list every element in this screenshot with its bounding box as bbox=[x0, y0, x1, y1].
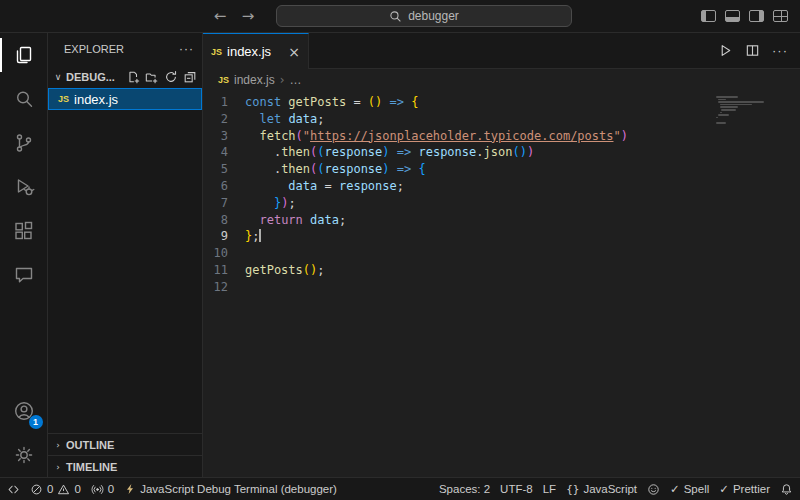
line-number[interactable]: 4 bbox=[203, 144, 245, 161]
code-line-9[interactable]: 9}; bbox=[203, 228, 800, 245]
spell-checker-item[interactable]: ✓ Spell bbox=[665, 478, 714, 500]
close-tab-icon[interactable]: × bbox=[288, 44, 300, 60]
code-line-8[interactable]: 8 return data; bbox=[203, 212, 800, 229]
editor-more-actions-icon[interactable]: ··· bbox=[772, 43, 788, 58]
new-file-icon[interactable] bbox=[126, 70, 140, 84]
line-number[interactable]: 10 bbox=[203, 245, 245, 262]
code-line-7[interactable]: 7 }); bbox=[203, 195, 800, 212]
line-number[interactable]: 9 bbox=[203, 228, 245, 245]
layout-controls bbox=[701, 10, 800, 22]
search-activity-icon[interactable] bbox=[0, 77, 48, 121]
line-number[interactable]: 1 bbox=[203, 94, 245, 111]
debug-terminal-item[interactable]: JavaScript Debug Terminal (debugger) bbox=[119, 478, 342, 500]
line-number[interactable]: 7 bbox=[203, 195, 245, 212]
editor-actions: ··· bbox=[718, 33, 800, 68]
line-number[interactable]: 6 bbox=[203, 178, 245, 195]
minimap-line bbox=[718, 101, 764, 103]
breadcrumb-file[interactable]: index.js bbox=[234, 73, 275, 87]
line-number[interactable]: 11 bbox=[203, 262, 245, 279]
line-content: .then((response) => response.json()) bbox=[245, 144, 534, 161]
new-folder-icon[interactable] bbox=[145, 70, 159, 84]
language-mode-item[interactable]: {} JavaScript bbox=[561, 478, 642, 500]
refresh-icon[interactable] bbox=[164, 70, 178, 84]
run-file-icon[interactable] bbox=[718, 43, 733, 58]
feedback-item[interactable] bbox=[642, 478, 665, 500]
toggle-panel-icon[interactable] bbox=[725, 10, 740, 22]
remote-indicator[interactable] bbox=[2, 478, 25, 500]
line-number[interactable]: 5 bbox=[203, 161, 245, 178]
ports-indicator[interactable]: 0 bbox=[86, 478, 119, 500]
command-center-text: debugger bbox=[408, 9, 459, 23]
code-line-2[interactable]: 2 let data; bbox=[203, 111, 800, 128]
breadcrumb-symbol[interactable]: … bbox=[290, 73, 302, 87]
sidebar-empty-space bbox=[48, 110, 202, 433]
command-center-search[interactable]: debugger bbox=[276, 5, 572, 27]
explorer-icon[interactable] bbox=[0, 33, 48, 77]
code-line-3[interactable]: 3 fetch("https://jsonplaceholder.typicod… bbox=[203, 128, 800, 145]
code-line-11[interactable]: 11getPosts(); bbox=[203, 262, 800, 279]
minimap-line bbox=[718, 99, 726, 101]
run-debug-icon[interactable] bbox=[0, 165, 48, 209]
search-icon bbox=[389, 10, 402, 23]
minimap-line bbox=[716, 122, 726, 124]
code-line-6[interactable]: 6 data = response; bbox=[203, 178, 800, 195]
prettier-item[interactable]: ✓ Prettier bbox=[714, 478, 775, 500]
file-name: index.js bbox=[74, 92, 118, 107]
code-line-4[interactable]: 4 .then((response) => response.json()) bbox=[203, 144, 800, 161]
code-editor[interactable]: 1const getPosts = () => {2 let data;3 fe… bbox=[203, 91, 800, 477]
folder-section-header[interactable]: ∨ DEBUG... bbox=[48, 65, 202, 88]
bell-icon bbox=[780, 483, 793, 496]
code-line-12[interactable]: 12 bbox=[203, 279, 800, 296]
extensions-icon[interactable] bbox=[0, 209, 48, 253]
warnings-count: 0 bbox=[74, 483, 80, 495]
toggle-secondary-sidebar-icon[interactable] bbox=[749, 10, 764, 22]
code-line-1[interactable]: 1const getPosts = () => { bbox=[203, 94, 800, 111]
indentation-item[interactable]: Spaces: 2 bbox=[434, 478, 495, 500]
workbench: 1 EXPLORER ··· ∨ DEBUG... bbox=[0, 33, 800, 477]
minimap-line bbox=[720, 104, 752, 106]
history-back-button[interactable]: ← bbox=[208, 4, 232, 28]
smiley-icon bbox=[647, 483, 660, 496]
accounts-badge: 1 bbox=[29, 415, 43, 429]
encoding-item[interactable]: UTF-8 bbox=[495, 478, 538, 500]
outline-label: OUTLINE bbox=[66, 439, 114, 451]
tab-indexjs[interactable]: JS index.js × bbox=[203, 33, 309, 69]
chat-icon[interactable] bbox=[0, 253, 48, 297]
code-line-5[interactable]: 5 .then((response) => { bbox=[203, 161, 800, 178]
minimap-line bbox=[721, 109, 735, 111]
explorer-sidebar: EXPLORER ··· ∨ DEBUG... JS bbox=[48, 33, 203, 477]
errors-icon bbox=[30, 483, 43, 496]
line-number[interactable]: 12 bbox=[203, 279, 245, 296]
minimap-line bbox=[720, 112, 723, 114]
explorer-toolbar bbox=[126, 70, 197, 84]
file-item-indexjs[interactable]: JS index.js bbox=[48, 88, 202, 110]
status-bar: 0 0 0 JavaScript Debug Terminal (debugge… bbox=[0, 477, 800, 500]
accounts-icon[interactable]: 1 bbox=[0, 389, 48, 433]
customize-layout-icon[interactable] bbox=[773, 10, 788, 22]
title-bar: ← → debugger bbox=[0, 0, 800, 33]
editor-group: JS index.js × ··· JS index.js › … 1const… bbox=[203, 33, 800, 477]
check-icon: ✓ bbox=[670, 482, 680, 496]
outline-section-header[interactable]: › OUTLINE bbox=[48, 433, 202, 455]
settings-gear-icon[interactable] bbox=[0, 433, 48, 477]
line-number[interactable]: 3 bbox=[203, 128, 245, 145]
radio-tower-icon bbox=[91, 483, 104, 496]
warnings-icon bbox=[57, 483, 70, 496]
toggle-primary-sidebar-icon[interactable] bbox=[701, 10, 716, 22]
collapse-all-icon[interactable] bbox=[183, 70, 197, 84]
problems-indicator[interactable]: 0 0 bbox=[25, 478, 86, 500]
tab-bar: JS index.js × ··· bbox=[203, 33, 800, 69]
line-number[interactable]: 8 bbox=[203, 212, 245, 229]
split-editor-icon[interactable] bbox=[745, 43, 760, 58]
explorer-more-actions-button[interactable]: ··· bbox=[179, 42, 194, 56]
minimap[interactable] bbox=[716, 96, 766, 127]
history-forward-button[interactable]: → bbox=[236, 4, 260, 28]
breadcrumb: JS index.js › … bbox=[203, 69, 800, 91]
source-control-icon[interactable] bbox=[0, 121, 48, 165]
code-line-10[interactable]: 10 bbox=[203, 245, 800, 262]
timeline-section-header[interactable]: › TIMELINE bbox=[48, 455, 202, 477]
sidebar-title: EXPLORER bbox=[64, 43, 124, 55]
line-number[interactable]: 2 bbox=[203, 111, 245, 128]
eol-item[interactable]: LF bbox=[538, 478, 561, 500]
notifications-item[interactable] bbox=[775, 478, 798, 500]
